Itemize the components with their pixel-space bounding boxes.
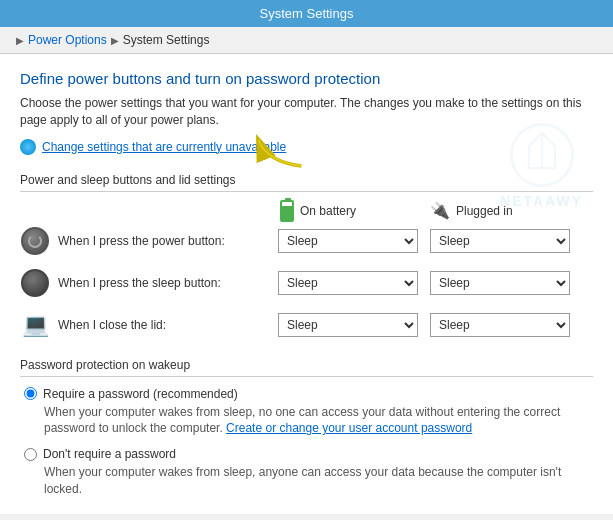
require-password-label[interactable]: Require a password (recommended): [24, 387, 593, 401]
no-password-radio[interactable]: [24, 448, 37, 461]
lid-row: 💻 When I close the lid: Do nothing Sleep…: [20, 310, 593, 340]
lid-battery-select[interactable]: Do nothing Sleep Hibernate Shut down: [278, 313, 418, 337]
settings-rows: When I press the power button: Do nothin…: [20, 226, 593, 340]
require-password-radio[interactable]: [24, 387, 37, 400]
column-headers: On battery 🔌 Plugged in: [280, 200, 593, 222]
no-password-description: When your computer wakes from sleep, any…: [24, 464, 593, 498]
password-section: Password protection on wakeup Require a …: [20, 352, 593, 498]
no-password-option: Don't require a password When your compu…: [20, 447, 593, 498]
arrow-icon: [250, 131, 310, 171]
lid-dropdowns: Do nothing Sleep Hibernate Shut down Do …: [278, 313, 582, 337]
require-password-description: When your computer wakes from sleep, no …: [24, 404, 593, 438]
arrow-hint: [250, 131, 310, 174]
power-button-label: When I press the power button:: [58, 234, 278, 248]
power-button-icon-container: [20, 226, 50, 256]
plugged-in-label: Plugged in: [456, 204, 513, 218]
title-bar: System Settings: [0, 0, 613, 27]
power-button-plugged-select[interactable]: Do nothing Sleep Hibernate Shut down: [430, 229, 570, 253]
power-button-battery-select[interactable]: Do nothing Sleep Hibernate Shut down: [278, 229, 418, 253]
sleep-button-row: When I press the sleep button: Do nothin…: [20, 268, 593, 298]
change-settings-row: Change settings that are currently unava…: [20, 139, 593, 155]
sleep-button-dropdowns: Do nothing Sleep Hibernate Shut down Do …: [278, 271, 582, 295]
breadcrumb-power-options[interactable]: Power Options: [28, 33, 107, 47]
breadcrumb-arrow-1: ▶: [16, 35, 24, 46]
power-button-row: When I press the power button: Do nothin…: [20, 226, 593, 256]
plug-icon: 🔌: [430, 201, 450, 220]
main-content: NETAAWY Define power buttons and turn on…: [0, 54, 613, 514]
power-button-icon: [21, 227, 49, 255]
power-button-dropdowns: Do nothing Sleep Hibernate Shut down Do …: [278, 229, 582, 253]
page-title: Define power buttons and turn on passwor…: [20, 70, 593, 87]
title-bar-label: System Settings: [260, 6, 354, 21]
page-description: Choose the power settings that you want …: [20, 95, 590, 129]
sleep-button-battery-select[interactable]: Do nothing Sleep Hibernate Shut down: [278, 271, 418, 295]
lid-icon-container: 💻: [20, 310, 50, 340]
plugged-in-header: 🔌 Plugged in: [430, 200, 580, 222]
breadcrumb-arrow-2: ▶: [111, 35, 119, 46]
on-battery-label: On battery: [300, 204, 356, 218]
sleep-button-icon-container: [20, 268, 50, 298]
lid-plugged-select[interactable]: Do nothing Sleep Hibernate Shut down: [430, 313, 570, 337]
create-password-link[interactable]: Create or change your user account passw…: [226, 421, 472, 435]
sleep-button-icon: [21, 269, 49, 297]
lid-label: When I close the lid:: [58, 318, 278, 332]
no-password-text: Don't require a password: [43, 447, 176, 461]
breadcrumb-current: System Settings: [123, 33, 210, 47]
require-password-text: Require a password (recommended): [43, 387, 238, 401]
shield-icon: [20, 139, 36, 155]
require-password-option: Require a password (recommended) When yo…: [20, 387, 593, 438]
sleep-button-label: When I press the sleep button:: [58, 276, 278, 290]
battery-icon: [280, 200, 294, 222]
password-section-header: Password protection on wakeup: [20, 352, 593, 377]
on-battery-header: On battery: [280, 200, 430, 222]
watermark: NETAAWY: [500, 120, 583, 209]
breadcrumb: ▶ Power Options ▶ System Settings: [0, 27, 613, 54]
lid-icon: 💻: [22, 312, 49, 338]
sleep-button-plugged-select[interactable]: Do nothing Sleep Hibernate Shut down: [430, 271, 570, 295]
no-password-label[interactable]: Don't require a password: [24, 447, 593, 461]
content-area: NETAAWY Define power buttons and turn on…: [20, 70, 593, 498]
